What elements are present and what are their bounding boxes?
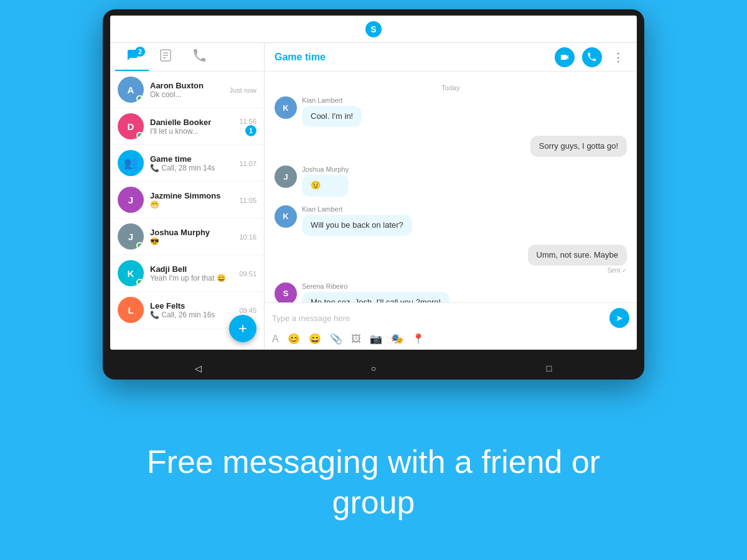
chat-panel: Game time ⋮ (265, 43, 637, 350)
chat-header: Game time ⋮ (265, 43, 637, 72)
message-group: Sorry guys, I gotta go! (275, 136, 627, 157)
tab-chats[interactable]: 2 (115, 43, 149, 71)
tagline: Free messaging with a friend or group (0, 442, 747, 523)
conversation-content: Joshua Murphy 😎 (150, 228, 234, 246)
avatar-initial: A (128, 85, 134, 95)
new-conversation-fab[interactable]: + (229, 315, 256, 342)
sticker-icon[interactable]: 😄 (309, 333, 321, 345)
message-input[interactable] (272, 314, 609, 323)
message-input-row: ➤ (272, 308, 629, 328)
tab-calls[interactable] (182, 43, 216, 71)
message-sender: Kian Lambert (302, 205, 412, 213)
message-group: K Kian Lambert Cool. I'm in! (275, 96, 627, 127)
message-group: S Serena Ribeiro Me too soz. Josh, I'll … (275, 282, 627, 302)
conversation-name: Lee Felts (150, 301, 234, 310)
conversation-meta: 11:07 (234, 159, 256, 167)
conversations-panel: 2 (110, 43, 265, 350)
conversation-avatar: K (118, 260, 144, 286)
conversation-name: Danielle Booker (150, 118, 234, 127)
input-toolbar: A😊😄📎🖼📷🎭📍 (272, 333, 629, 345)
home-button[interactable]: ○ (364, 359, 383, 378)
conversation-item[interactable]: 👥 Game time 📞 Call, 28 min 14s 11:07 (110, 145, 264, 182)
message-bubble: Sorry guys, I gotta go! (530, 136, 627, 157)
conversation-content: Danielle Booker I'll let u know... (150, 118, 234, 136)
conversation-avatar: A (118, 77, 144, 103)
conversation-preview: 😁 (150, 200, 234, 209)
tablet-screen: S 2 (110, 16, 637, 350)
conversation-avatar: L (118, 297, 144, 323)
conversation-item[interactable]: D Danielle Booker I'll let u know... 11:… (110, 108, 264, 145)
conversation-item[interactable]: J Jazmine Simmons 😁 11:05 (110, 182, 264, 218)
conversation-avatar: 👥 (118, 150, 144, 176)
conversation-avatar: J (118, 187, 144, 213)
plus-icon: + (238, 320, 247, 337)
avatar-initial: D (128, 121, 134, 132)
conversation-preview: Ok cool... (150, 90, 225, 99)
conversation-content: Kadji Bell Yeah I'm up for that 😄 (150, 264, 234, 282)
gallery-icon[interactable]: 🖼 (351, 334, 361, 345)
conversation-item[interactable]: J Joshua Murphy 😎 10:16 (110, 218, 264, 255)
message-bubble: Umm, not sure. Maybe (528, 245, 627, 266)
conversation-content: Aaron Buxton Ok cool... (150, 81, 225, 99)
conversation-preview: Yeah I'm up for that 😄 (150, 274, 234, 282)
message-input-area: ➤ A😊😄📎🖼📷🎭📍 (265, 302, 637, 350)
avatar-initial: L (128, 305, 133, 315)
format-icon[interactable]: A (272, 334, 279, 345)
conversation-preview: 📞 Call, 26 min 16s (150, 310, 234, 319)
conversation-avatar: J (118, 223, 144, 250)
message-group: J Joshua Murphy 😟 (275, 166, 627, 196)
date-divider: Today (275, 84, 627, 91)
video-call-button[interactable] (555, 47, 575, 67)
location-icon[interactable]: 📍 (412, 333, 425, 345)
conversation-meta: Just now (225, 85, 256, 94)
tab-contacts[interactable] (149, 43, 182, 71)
more-options-button[interactable]: ⋮ (609, 49, 627, 66)
recents-button[interactable]: □ (540, 359, 558, 378)
conversation-name: Jazmine Simmons (150, 191, 234, 200)
attach-icon[interactable]: 📎 (330, 333, 342, 345)
calls-tab-icon (192, 49, 206, 65)
online-indicator (136, 242, 143, 249)
online-indicator (136, 95, 143, 102)
message-bubble: Me too soz. Josh, I'll call you 2moro! (302, 292, 449, 302)
message-sender: Serena Ribeiro (302, 282, 449, 290)
conversation-name: Game time (150, 154, 234, 164)
app-area: 2 (110, 43, 637, 350)
conversation-item[interactable]: A Aaron Buxton Ok cool... Just now (110, 72, 264, 108)
tablet-frame: S 2 (103, 9, 644, 380)
conversation-time: Just now (230, 85, 256, 94)
message-bubble: 😟 (302, 175, 349, 196)
back-button[interactable]: ◁ (189, 359, 207, 378)
conversation-meta: 09:51 (234, 269, 256, 278)
camera-icon[interactable]: 📷 (370, 333, 382, 345)
conversation-name: Aaron Buxton (150, 81, 225, 90)
message-content: Sorry guys, I gotta go! (530, 136, 627, 157)
chats-badge: 2 (135, 47, 145, 57)
conversation-name: Joshua Murphy (150, 228, 234, 237)
send-button[interactable]: ➤ (609, 308, 629, 328)
conversation-preview: I'll let u know... (150, 127, 234, 136)
message-avatar: K (275, 96, 297, 119)
conversation-name: Kadji Bell (150, 264, 234, 274)
nav-tabs: 2 (110, 43, 264, 72)
message-avatar: K (275, 205, 297, 228)
voice-call-button[interactable] (582, 47, 602, 67)
message-content: Serena Ribeiro Me too soz. Josh, I'll ca… (302, 282, 449, 302)
message-group: K Kian Lambert Will you be back on later… (275, 205, 627, 236)
ellipsis-icon: ⋮ (613, 50, 624, 64)
emoji-icon[interactable]: 😊 (288, 333, 300, 345)
conversation-preview: 📞 Call, 28 min 14s (150, 164, 234, 172)
conversation-meta: 10:16 (234, 232, 256, 241)
conversation-avatar: D (118, 113, 144, 139)
android-nav-bar: ◁ ○ □ (110, 357, 637, 380)
contacts-tab-icon (159, 49, 172, 65)
messages-area[interactable]: Today K Kian Lambert Cool. I'm in! Sorry… (265, 72, 637, 302)
avatar-initial: J (128, 195, 133, 205)
gif-icon[interactable]: 🎭 (391, 333, 403, 345)
chat-title: Game time (275, 52, 555, 63)
avatar-initial: K (128, 268, 134, 279)
conversation-preview: 😎 (150, 237, 234, 246)
message-content: Joshua Murphy 😟 (302, 166, 349, 196)
svg-text:S: S (370, 24, 376, 34)
conversation-item[interactable]: K Kadji Bell Yeah I'm up for that 😄 09:5… (110, 255, 264, 292)
